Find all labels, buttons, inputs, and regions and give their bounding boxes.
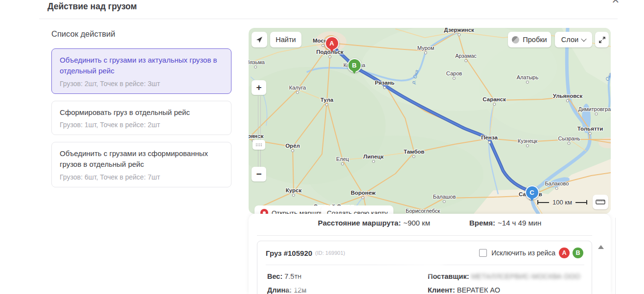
map-city-label: Кузнецк [518,138,537,144]
route-marker-c[interactable]: C [525,185,539,200]
layers-button[interactable]: Слои [555,32,592,47]
traffic-icon [512,36,519,44]
expand-arrows-icon [598,36,606,44]
zoom-in-button[interactable]: + [252,80,266,95]
map-city-label: Сызрань [558,136,580,141]
action-item-title: Объединить с грузами из актуальных грузо… [60,55,223,76]
create-map-button[interactable]: Создать свою карту [321,205,393,214]
cargo-action-modal: Действие над грузом ✕ Список действий Об… [0,0,644,294]
route-marker-letter: A [329,40,334,47]
measure-ruler-button[interactable] [593,195,608,209]
route-time: Время:~14 ч 49 мин [469,219,541,227]
cargo-card: Груз #105920 (ID: 169901) Исключить из р… [257,241,592,294]
cargo-card-header: Груз #105920 (ID: 169901) Исключить из р… [257,241,592,265]
fullscreen-button[interactable] [595,32,609,47]
action-item-merge-formed[interactable]: Объединить с грузами из сформированных г… [51,142,231,187]
point-badge-a: A [559,248,570,258]
map-city-label: Саранск [483,96,506,102]
cargo-length: Длина: 12м [267,286,306,294]
map-city-label: Вязьма [249,59,265,65]
route-marker-a[interactable]: A [325,36,339,50]
close-icon[interactable]: ✕ [610,0,621,6]
route-distance: Расстояние маршрута:~900 км [318,219,430,227]
exclude-label: Исключить из рейса [491,249,555,257]
route-summary: Расстояние маршрута:~900 км Время:~14 ч … [249,219,611,227]
map-city-label: Брянск [249,133,263,139]
map-city-label: Арзамас [455,53,477,59]
map-scale-bar: 100 км [537,199,587,206]
chevron-down-icon [581,36,586,42]
navigation-arrow-icon [255,36,263,44]
yandex-pin-icon [260,209,268,214]
supplier-value-redacted: МЕТАЛЛСЕРВИС-МОСКВА ООО [471,272,580,280]
ruler-icon [596,199,605,205]
action-list: Список действий Объединить с грузами из … [51,29,231,194]
map-city-label: Алатырь [517,74,538,80]
traffic-label: Пробки [523,36,547,44]
create-map-label: Создать свою карту [327,209,388,214]
page-title: Действие над грузом [47,1,137,12]
map-city-label: Липецк [363,154,383,159]
action-item-meta: Грузов: 6шт, Точек в рейсе: 7шт [60,173,223,181]
map-city-label: Орёл [285,143,300,149]
map-city-label: Курск [286,187,301,193]
map-city-label: Балашов [433,194,456,200]
action-item-title: Объединить с грузами из сформированных г… [60,148,223,170]
cargo-point-badges: AB [560,248,583,258]
map-city-label: Димитровград [578,106,611,112]
map-city-label: Борисоглебск [406,208,440,214]
action-item-form-separate[interactable]: Сформировать груз в отдельный рейс Грузо… [51,101,231,136]
cargo-id-note: (ID: 169901) [315,250,345,256]
geolocation-button[interactable] [252,32,267,47]
map[interactable]: МоскваПодольскВязьмаКоломнаРязаньКалугаТ… [249,28,611,214]
map-city-label: Тамбов [404,149,425,155]
map-city-label: Балаково [545,181,569,186]
modal-scrollbar[interactable] [615,218,616,294]
layers-label: Слои [561,36,578,44]
cargo-client: Клиент: ВЕРАТЕК АО [428,286,500,294]
cargo-weight: Вес: 7.5тн [267,272,301,280]
action-item-merge-actual[interactable]: Объединить с грузами из актуальных грузо… [51,48,231,94]
map-city-label: Воронеж [351,190,376,196]
route-info-panel: Расстояние маршрута:~900 км Время:~14 ч … [249,214,611,294]
point-badge-b: B [573,248,583,258]
open-route-label: Открыть маршрут [272,209,326,214]
redaction-smudge [287,261,444,292]
traffic-button[interactable]: Пробки [508,32,551,47]
map-city-label: Тольятти [577,126,603,132]
scroll-up-arrow-icon[interactable] [598,242,604,249]
find-button[interactable]: Найти [270,32,301,47]
map-city-label: Саров [446,70,462,76]
map-city-label: Пенза [481,135,498,140]
map-city-label: Дзержинск [444,28,474,33]
action-list-heading: Список действий [51,29,231,39]
action-item-title: Сформировать груз в отдельный рейс [60,107,223,118]
map-city-label: Калуга [289,85,306,90]
dots-icon [255,143,262,147]
route-marker-b[interactable]: B [347,58,362,72]
action-item-meta: Грузов: 1шт, Точек в рейсе: 2шт [60,121,223,129]
cargo-supplier: Поставщик: МЕТАЛЛСЕРВИС-МОСКВА ООО [428,272,580,280]
scale-label: 100 км [552,199,572,206]
ruler-points-button[interactable] [253,140,265,150]
map-city-label: Ульяновск [553,93,582,99]
zoom-slider-track[interactable] [258,96,261,167]
panel-divider [257,235,592,236]
map-city-label: Тула [321,97,334,103]
action-item-meta: Грузов: 2шт, Точек в рейсе: 3шт [60,80,223,88]
map-city-label: Рязань [375,80,394,86]
map-city-label: Елец [336,156,349,162]
map-city-label: Муром [417,45,434,51]
header-divider [39,19,618,19]
cargo-title: Груз #105920 [266,249,312,257]
route-marker-letter: B [352,62,356,69]
cargo-divider [266,265,584,265]
route-marker-letter: C [529,189,534,196]
exclude-checkbox[interactable] [479,249,487,257]
zoom-out-button[interactable]: − [252,167,266,181]
